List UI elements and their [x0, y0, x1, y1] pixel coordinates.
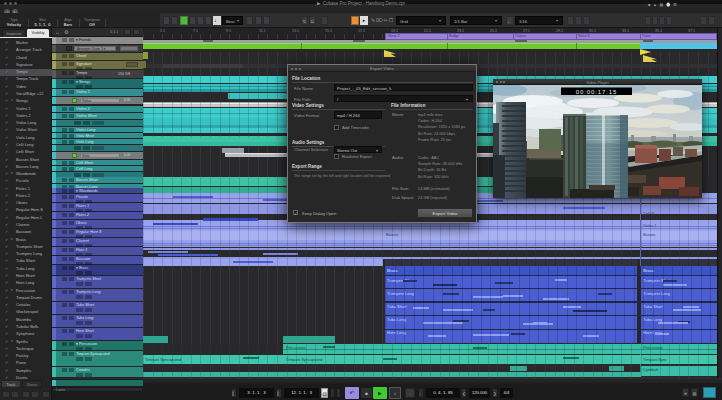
svg-text:00:00:17:15: 00:00:17:15 [576, 89, 618, 95]
